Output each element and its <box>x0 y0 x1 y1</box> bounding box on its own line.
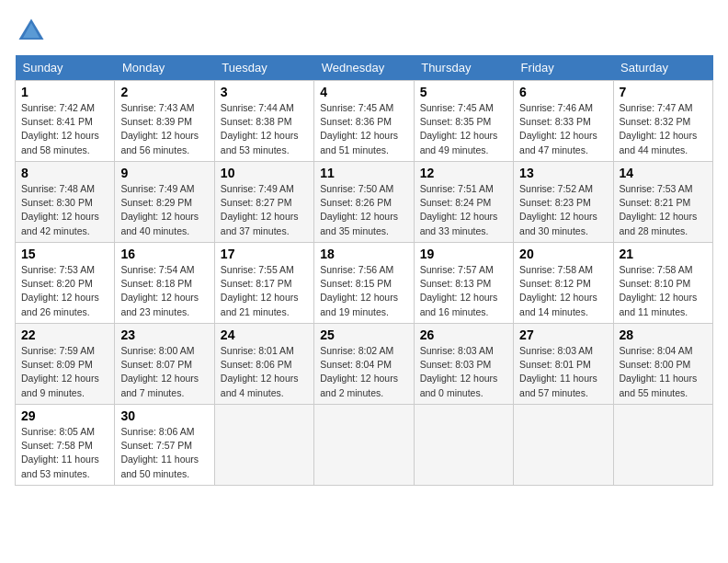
calendar-cell <box>613 405 712 486</box>
day-number: 16 <box>120 247 208 261</box>
day-info: Sunrise: 7:44 AMSunset: 8:38 PMDaylight:… <box>221 102 299 155</box>
day-info: Sunrise: 7:51 AMSunset: 8:24 PMDaylight:… <box>420 183 498 236</box>
day-info: Sunrise: 8:02 AMSunset: 8:04 PMDaylight:… <box>320 345 398 398</box>
day-number: 10 <box>221 166 308 180</box>
day-info: Sunrise: 7:49 AMSunset: 8:29 PMDaylight:… <box>120 183 199 236</box>
day-number: 19 <box>420 247 507 261</box>
day-info: Sunrise: 8:05 AMSunset: 7:58 PMDaylight:… <box>21 426 99 479</box>
calendar-cell: 7 Sunrise: 7:47 AMSunset: 8:32 PMDayligh… <box>613 81 712 162</box>
header-saturday: Saturday <box>613 55 712 81</box>
calendar-cell: 17 Sunrise: 7:55 AMSunset: 8:17 PMDaylig… <box>214 243 313 324</box>
day-info: Sunrise: 8:04 AMSunset: 8:00 PMDaylight:… <box>620 345 698 398</box>
day-number: 8 <box>21 166 108 180</box>
header-tuesday: Tuesday <box>214 55 313 81</box>
calendar-week-4: 22 Sunrise: 7:59 AMSunset: 8:09 PMDaylig… <box>16 324 713 405</box>
calendar-header-row: SundayMondayTuesdayWednesdayThursdayFrid… <box>16 55 713 81</box>
calendar-cell: 25 Sunrise: 8:02 AMSunset: 8:04 PMDaylig… <box>314 324 414 405</box>
day-number: 9 <box>120 166 208 180</box>
page-header <box>15 15 713 48</box>
day-info: Sunrise: 7:58 AMSunset: 8:12 PMDaylight:… <box>519 264 597 317</box>
calendar-cell: 21 Sunrise: 7:58 AMSunset: 8:10 PMDaylig… <box>613 243 712 324</box>
day-number: 3 <box>221 85 308 99</box>
header-sunday: Sunday <box>16 55 115 81</box>
header-friday: Friday <box>514 55 613 81</box>
calendar-cell: 8 Sunrise: 7:48 AMSunset: 8:30 PMDayligh… <box>16 162 115 243</box>
day-number: 21 <box>620 247 707 261</box>
day-info: Sunrise: 7:42 AMSunset: 8:41 PMDaylight:… <box>21 102 99 155</box>
calendar-cell: 5 Sunrise: 7:45 AMSunset: 8:35 PMDayligh… <box>414 81 513 162</box>
calendar-cell: 27 Sunrise: 8:03 AMSunset: 8:01 PMDaylig… <box>514 324 613 405</box>
calendar-cell: 2 Sunrise: 7:43 AMSunset: 8:39 PMDayligh… <box>115 81 214 162</box>
day-number: 27 <box>519 327 607 342</box>
day-number: 30 <box>120 408 208 423</box>
day-info: Sunrise: 8:00 AMSunset: 8:07 PMDaylight:… <box>120 345 199 398</box>
day-info: Sunrise: 7:45 AMSunset: 8:35 PMDaylight:… <box>420 102 498 155</box>
header-monday: Monday <box>115 55 214 81</box>
day-info: Sunrise: 7:54 AMSunset: 8:18 PMDaylight:… <box>120 264 199 317</box>
day-number: 5 <box>420 85 507 99</box>
day-number: 4 <box>320 85 407 99</box>
day-number: 7 <box>620 85 707 99</box>
calendar-week-5: 29 Sunrise: 8:05 AMSunset: 7:58 PMDaylig… <box>16 405 713 486</box>
calendar-cell: 24 Sunrise: 8:01 AMSunset: 8:06 PMDaylig… <box>214 324 313 405</box>
day-info: Sunrise: 8:01 AMSunset: 8:06 PMDaylight:… <box>221 345 299 398</box>
calendar-cell <box>514 405 613 486</box>
day-number: 17 <box>221 247 308 261</box>
day-number: 1 <box>21 85 108 99</box>
day-number: 14 <box>620 166 707 180</box>
day-number: 18 <box>320 247 407 261</box>
day-info: Sunrise: 7:45 AMSunset: 8:36 PMDaylight:… <box>320 102 398 155</box>
calendar-cell: 23 Sunrise: 8:00 AMSunset: 8:07 PMDaylig… <box>115 324 214 405</box>
day-info: Sunrise: 7:46 AMSunset: 8:33 PMDaylight:… <box>519 102 597 155</box>
calendar-cell: 6 Sunrise: 7:46 AMSunset: 8:33 PMDayligh… <box>514 81 613 162</box>
day-info: Sunrise: 7:43 AMSunset: 8:39 PMDaylight:… <box>120 102 199 155</box>
day-info: Sunrise: 7:48 AMSunset: 8:30 PMDaylight:… <box>21 183 99 236</box>
calendar-cell: 18 Sunrise: 7:56 AMSunset: 8:15 PMDaylig… <box>314 243 414 324</box>
day-info: Sunrise: 7:59 AMSunset: 8:09 PMDaylight:… <box>21 345 99 398</box>
calendar-table: SundayMondayTuesdayWednesdayThursdayFrid… <box>15 55 713 486</box>
day-info: Sunrise: 7:47 AMSunset: 8:32 PMDaylight:… <box>620 102 698 155</box>
day-number: 25 <box>320 327 407 342</box>
calendar-cell: 22 Sunrise: 7:59 AMSunset: 8:09 PMDaylig… <box>16 324 115 405</box>
day-number: 20 <box>519 247 607 261</box>
logo-icon <box>15 15 48 48</box>
day-number: 22 <box>21 327 108 342</box>
day-number: 6 <box>519 85 607 99</box>
day-number: 15 <box>21 247 108 261</box>
calendar-cell: 10 Sunrise: 7:49 AMSunset: 8:27 PMDaylig… <box>214 162 313 243</box>
calendar-cell: 30 Sunrise: 8:06 AMSunset: 7:57 PMDaylig… <box>115 405 214 486</box>
calendar-week-3: 15 Sunrise: 7:53 AMSunset: 8:20 PMDaylig… <box>16 243 713 324</box>
day-info: Sunrise: 7:58 AMSunset: 8:10 PMDaylight:… <box>620 264 698 317</box>
calendar-cell: 19 Sunrise: 7:57 AMSunset: 8:13 PMDaylig… <box>414 243 513 324</box>
calendar-cell: 3 Sunrise: 7:44 AMSunset: 8:38 PMDayligh… <box>214 81 313 162</box>
calendar-cell: 1 Sunrise: 7:42 AMSunset: 8:41 PMDayligh… <box>16 81 115 162</box>
day-info: Sunrise: 7:56 AMSunset: 8:15 PMDaylight:… <box>320 264 398 317</box>
day-info: Sunrise: 7:53 AMSunset: 8:21 PMDaylight:… <box>620 183 698 236</box>
logo <box>15 15 51 48</box>
calendar-cell <box>414 405 513 486</box>
day-info: Sunrise: 7:52 AMSunset: 8:23 PMDaylight:… <box>519 183 597 236</box>
day-number: 26 <box>420 327 507 342</box>
day-number: 11 <box>320 166 407 180</box>
calendar-cell: 11 Sunrise: 7:50 AMSunset: 8:26 PMDaylig… <box>314 162 414 243</box>
day-info: Sunrise: 7:50 AMSunset: 8:26 PMDaylight:… <box>320 183 398 236</box>
header-wednesday: Wednesday <box>314 55 414 81</box>
day-info: Sunrise: 7:49 AMSunset: 8:27 PMDaylight:… <box>221 183 299 236</box>
header-thursday: Thursday <box>414 55 513 81</box>
day-number: 23 <box>120 327 208 342</box>
calendar-week-1: 1 Sunrise: 7:42 AMSunset: 8:41 PMDayligh… <box>16 81 713 162</box>
calendar-cell: 9 Sunrise: 7:49 AMSunset: 8:29 PMDayligh… <box>115 162 214 243</box>
calendar-cell: 12 Sunrise: 7:51 AMSunset: 8:24 PMDaylig… <box>414 162 513 243</box>
day-info: Sunrise: 7:53 AMSunset: 8:20 PMDaylight:… <box>21 264 99 317</box>
day-info: Sunrise: 7:57 AMSunset: 8:13 PMDaylight:… <box>420 264 498 317</box>
day-number: 29 <box>21 408 108 423</box>
calendar-cell <box>314 405 414 486</box>
day-number: 28 <box>620 327 707 342</box>
calendar-cell: 28 Sunrise: 8:04 AMSunset: 8:00 PMDaylig… <box>613 324 712 405</box>
calendar-cell: 16 Sunrise: 7:54 AMSunset: 8:18 PMDaylig… <box>115 243 214 324</box>
calendar-cell: 13 Sunrise: 7:52 AMSunset: 8:23 PMDaylig… <box>514 162 613 243</box>
calendar-cell: 26 Sunrise: 8:03 AMSunset: 8:03 PMDaylig… <box>414 324 513 405</box>
calendar-week-2: 8 Sunrise: 7:48 AMSunset: 8:30 PMDayligh… <box>16 162 713 243</box>
day-info: Sunrise: 8:03 AMSunset: 8:03 PMDaylight:… <box>420 345 498 398</box>
day-number: 13 <box>519 166 607 180</box>
